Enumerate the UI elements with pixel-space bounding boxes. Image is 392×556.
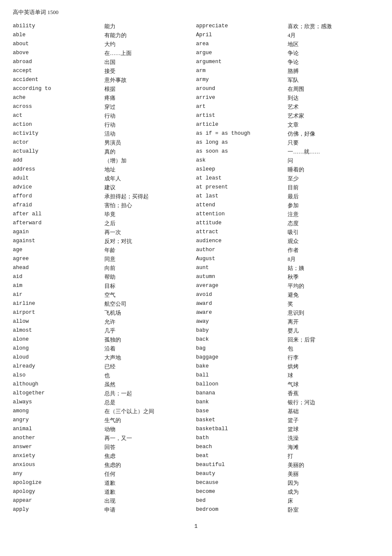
word-zh-right: 美丽的 — [288, 461, 379, 470]
word-zh-left: 疼痛 — [104, 94, 196, 103]
word-en-right: asleep — [196, 165, 288, 174]
word-zh-left: 在（三个以上）之间 — [104, 407, 196, 416]
word-en-left: after all — [13, 210, 104, 219]
word-en-right: April — [196, 31, 288, 40]
word-en-right: basket — [196, 416, 288, 425]
word-en-right: attitude — [196, 219, 288, 228]
word-en-right: base — [196, 407, 288, 416]
word-zh-left: 任何 — [104, 470, 196, 479]
word-en-left: airport — [13, 309, 104, 318]
word-zh-right: 香蕉 — [288, 389, 379, 398]
word-zh-left: 年龄 — [104, 246, 196, 255]
word-en-left: answer — [13, 443, 104, 452]
word-zh-left: 道歉 — [104, 488, 196, 497]
word-zh-right: 军队 — [288, 76, 379, 85]
word-en-right: area — [196, 40, 288, 49]
word-en-left: another — [13, 434, 104, 443]
word-en-left: accident — [13, 76, 104, 85]
word-zh-left: 道歉 — [104, 479, 196, 488]
word-zh-right: 秋季 — [288, 273, 379, 282]
word-zh-right: 离开 — [288, 318, 379, 327]
word-zh-right: 烘烤 — [288, 362, 379, 371]
word-zh-right: 篮子 — [288, 416, 379, 425]
word-en-left: agree — [13, 255, 104, 264]
word-zh-left: 建议 — [104, 183, 196, 192]
word-zh-left: 目标 — [104, 282, 196, 291]
word-en-left: action — [13, 121, 104, 130]
word-en-right: baby — [196, 327, 288, 336]
word-zh-left: 真的 — [104, 148, 196, 156]
word-en-left: appear — [13, 497, 104, 506]
word-en-right: appreciate — [196, 22, 288, 31]
word-en-right: artist — [196, 112, 288, 121]
word-en-right: basketball — [196, 425, 288, 434]
word-zh-right: 平均的 — [288, 282, 379, 291]
word-zh-left: 意外事故 — [104, 76, 196, 85]
word-zh-right: 艺术家 — [288, 112, 379, 121]
word-zh-left: 能力 — [104, 22, 196, 31]
word-en-left: almost — [13, 327, 104, 336]
word-en-right: as long as — [196, 139, 288, 148]
word-zh-right: 最后 — [288, 192, 379, 201]
word-zh-left: 行动 — [104, 121, 196, 130]
word-zh-left: 总共；一起 — [104, 389, 196, 398]
word-zh-left: 飞机场 — [104, 309, 196, 318]
word-en-left: afterward — [13, 219, 104, 228]
word-en-left: afraid — [13, 201, 104, 210]
word-zh-right: 参加 — [288, 201, 379, 210]
word-en-right: author — [196, 246, 288, 255]
word-en-left: adult — [13, 174, 104, 183]
word-en-left: advice — [13, 183, 104, 192]
word-zh-right: 意识到 — [288, 309, 379, 318]
word-en-left: alone — [13, 336, 104, 345]
word-zh-left: 动物 — [104, 425, 196, 434]
word-zh-left: 空气 — [104, 291, 196, 300]
word-zh-right: 卧室 — [288, 506, 379, 515]
word-en-left: ache — [13, 94, 104, 103]
word-en-right: bedroom — [196, 506, 288, 515]
word-en-right: as if = as though — [196, 130, 288, 139]
word-en-left: aid — [13, 273, 104, 282]
word-en-right: arrive — [196, 94, 288, 103]
word-zh-right: 注意 — [288, 210, 379, 219]
word-en-right: avoid — [196, 291, 288, 300]
word-zh-left: 在……上面 — [104, 49, 196, 58]
word-en-right: become — [196, 488, 288, 497]
word-zh-right: 银行；河边 — [288, 398, 379, 407]
word-en-left: also — [13, 371, 104, 380]
word-zh-right: 争论 — [288, 58, 379, 67]
word-en-left: accept — [13, 67, 104, 76]
word-zh-left: 航空公司 — [104, 300, 196, 309]
word-en-left: age — [13, 246, 104, 255]
word-zh-left: 几乎 — [104, 327, 196, 336]
word-zh-right: 气球 — [288, 380, 379, 389]
word-en-left: add — [13, 156, 104, 165]
word-en-left: anxiety — [13, 452, 104, 461]
word-en-left: afford — [13, 192, 104, 201]
word-zh-right: 包 — [288, 345, 379, 353]
word-zh-right: 8月 — [288, 255, 379, 264]
word-en-left: actually — [13, 148, 104, 156]
word-en-right: article — [196, 121, 288, 130]
word-zh-right: 艺术 — [288, 103, 379, 112]
word-zh-left: 申请 — [104, 506, 196, 515]
word-zh-left: 允许 — [104, 318, 196, 327]
word-zh-left: 再一，又一 — [104, 434, 196, 443]
word-en-left: again — [13, 228, 104, 237]
word-en-left: about — [13, 40, 104, 49]
word-zh-left: 生气的 — [104, 416, 196, 425]
word-en-right: attract — [196, 228, 288, 237]
word-en-left: above — [13, 49, 104, 58]
word-zh-left: 穿过 — [104, 103, 196, 112]
word-zh-right: 争论 — [288, 49, 379, 58]
word-zh-left: 回答 — [104, 443, 196, 452]
word-zh-left: 害怕；担心 — [104, 201, 196, 210]
word-zh-left: 向前 — [104, 264, 196, 273]
word-zh-left: 孤独的 — [104, 336, 196, 345]
word-zh-right: 目前 — [288, 183, 379, 192]
word-en-left: anxious — [13, 461, 104, 470]
word-en-right: art — [196, 103, 288, 112]
word-zh-left: 已经 — [104, 362, 196, 371]
word-en-left: airline — [13, 300, 104, 309]
word-zh-left: 再一次 — [104, 228, 196, 237]
